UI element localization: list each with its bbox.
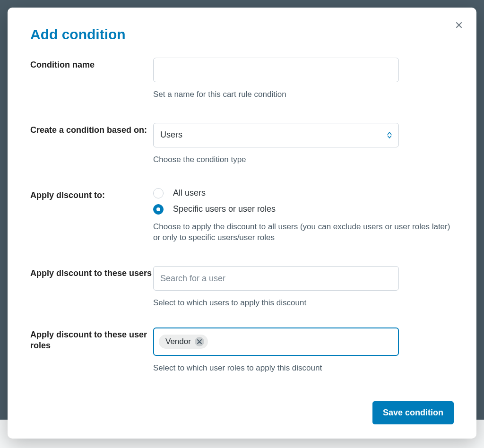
radio-all-users[interactable]: All users <box>153 188 454 198</box>
helper-based-on: Choose the condition type <box>153 154 454 165</box>
field-based-on: Users Choose the condition type <box>153 123 454 165</box>
based-on-select[interactable]: Users <box>153 123 399 147</box>
label-based-on: Create a condition based on: <box>30 123 153 136</box>
label-users: Apply discount to these users <box>30 266 153 279</box>
radio-label-all: All users <box>173 188 206 198</box>
row-roles: Apply discount to these user roles Vendo… <box>30 327 454 374</box>
role-tag-label: Vendor <box>165 337 191 346</box>
close-icon <box>454 20 464 30</box>
helper-apply-to: Choose to apply the discount to all user… <box>153 221 454 244</box>
remove-tag-button[interactable] <box>195 337 204 346</box>
users-search-placeholder: Search for a user <box>160 274 225 284</box>
add-condition-modal: Add condition Condition name Set a name … <box>8 8 476 439</box>
helper-users: Select to which users to apply this disc… <box>153 297 454 309</box>
label-apply-to: Apply discount to: <box>30 188 153 201</box>
save-condition-button[interactable]: Save condition <box>372 401 454 424</box>
helper-condition-name: Set a name for this cart rule condition <box>153 89 454 100</box>
apply-to-radio-group: All users Specific users or user roles <box>153 188 454 215</box>
chevron-sort-icon <box>387 132 392 138</box>
close-icon <box>197 339 202 344</box>
condition-name-input[interactable] <box>153 58 399 82</box>
close-button[interactable] <box>452 18 466 32</box>
row-based-on: Create a condition based on: Users Choos… <box>30 123 454 165</box>
helper-roles: Select to which user roles to apply this… <box>153 362 454 374</box>
row-condition-name: Condition name Set a name for this cart … <box>30 58 454 100</box>
row-apply-to: Apply discount to: All users Specific us… <box>30 188 454 244</box>
roles-tag-input[interactable]: Vendor <box>153 327 399 356</box>
modal-footer: Save condition <box>372 401 454 424</box>
label-condition-name: Condition name <box>30 58 153 70</box>
radio-specific-users[interactable]: Specific users or user roles <box>153 204 454 215</box>
modal-title: Add condition <box>30 26 454 43</box>
radio-icon <box>153 188 164 198</box>
field-roles: Vendor Select to which user roles to app… <box>153 327 454 374</box>
based-on-value: Users <box>160 130 182 140</box>
field-condition-name: Set a name for this cart rule condition <box>153 58 454 100</box>
users-search-input[interactable]: Search for a user <box>153 266 399 291</box>
radio-icon <box>153 204 164 215</box>
role-tag-vendor: Vendor <box>159 335 208 349</box>
radio-label-specific: Specific users or user roles <box>173 204 276 214</box>
label-roles: Apply discount to these user roles <box>30 327 153 352</box>
field-apply-to: All users Specific users or user roles C… <box>153 188 454 244</box>
field-users: Search for a user Select to which users … <box>153 266 454 309</box>
row-users: Apply discount to these users Search for… <box>30 266 454 309</box>
